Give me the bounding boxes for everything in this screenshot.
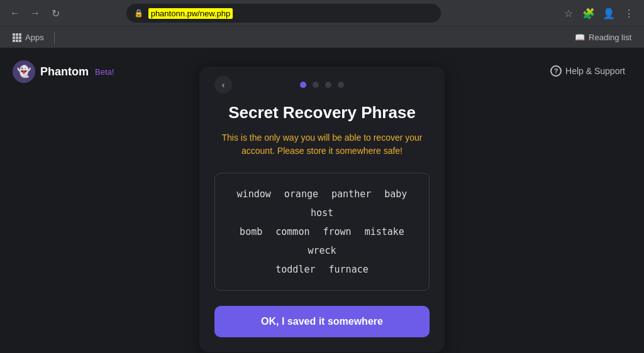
phantom-beta-label: Beta! — [95, 67, 114, 77]
profile-button[interactable]: 👤 — [600, 4, 618, 22]
extensions-button[interactable]: 🧩 — [580, 4, 597, 22]
phantom-emoji: 👻 — [17, 65, 31, 79]
help-icon: ? — [550, 65, 562, 77]
help-label: Help & Support — [565, 66, 625, 76]
reload-button[interactable]: ↻ — [47, 4, 64, 22]
dot-4 — [338, 82, 344, 88]
page-content: 👻 Phantom Beta! ? Help & Support ‹ Secre… — [0, 48, 644, 353]
bookmarks-bar: Apps 📖 Reading list — [0, 26, 644, 48]
divider — [54, 31, 55, 44]
phantom-name: Phantom — [40, 65, 89, 79]
back-arrow[interactable]: ‹ — [214, 76, 232, 94]
menu-button[interactable]: ⋮ — [620, 4, 638, 22]
forward-button[interactable]: → — [26, 4, 44, 22]
phantom-logo: 👻 — [13, 60, 35, 83]
reading-list-icon: 📖 — [575, 33, 585, 42]
url-text: phantonn.pw/new.php — [148, 8, 233, 19]
phantom-header: 👻 Phantom Beta! — [13, 60, 114, 83]
seed-text: window orange panther baby host bomb com… — [228, 185, 416, 279]
dot-2 — [313, 82, 319, 88]
seed-line-3: toddler furnace — [228, 260, 416, 279]
card-title: Secret Recovery Phrase — [214, 103, 430, 122]
ok-saved-button[interactable]: OK, I saved it somewhere — [214, 306, 430, 337]
address-bar[interactable]: 🔒 phantonn.pw/new.php — [126, 4, 441, 23]
browser-actions: ☆ 🧩 👤 ⋮ — [560, 4, 638, 22]
pagination: ‹ — [214, 82, 430, 88]
star-button[interactable]: ☆ — [560, 4, 577, 22]
browser-chrome: ← → ↻ 🔒 phantonn.pw/new.php ☆ 🧩 👤 ⋮ — [0, 0, 644, 26]
grid-icon — [13, 33, 21, 42]
reading-list-label: Reading list — [589, 33, 631, 42]
seed-line-2: bomb common frown mistake wreck — [228, 222, 416, 260]
help-support-link[interactable]: ? Help & Support — [550, 65, 625, 77]
reading-list-button[interactable]: 📖 Reading list — [570, 30, 636, 45]
nav-buttons: ← → ↻ — [6, 4, 64, 22]
apps-button[interactable]: Apps — [8, 30, 49, 45]
dot-3 — [325, 82, 331, 88]
back-button[interactable]: ← — [6, 4, 24, 22]
lock-icon: 🔒 — [134, 9, 143, 18]
dot-1 — [300, 82, 306, 88]
apps-label: Apps — [25, 33, 44, 42]
seed-line-1: window orange panther baby host — [228, 185, 416, 222]
recovery-phrase-card: ‹ Secret Recovery Phrase This is the onl… — [199, 67, 445, 352]
seed-phrase-box: window orange panther baby host bomb com… — [214, 173, 430, 291]
card-subtitle: This is the only way you will be able to… — [214, 131, 430, 158]
